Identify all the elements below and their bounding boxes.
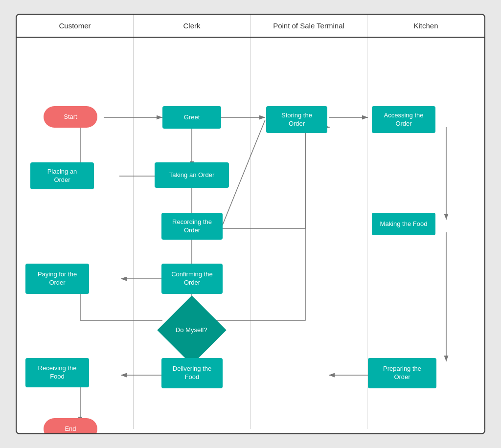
node-delivering: Delivering theFood (161, 358, 223, 388)
node-start: Start (44, 106, 97, 128)
node-recording: Recording theOrder (161, 213, 223, 240)
node-paying: Paying for theOrder (25, 264, 89, 294)
lane-header-pos: Point of Sale Terminal (250, 15, 367, 37)
node-placing: Placing anOrder (30, 162, 94, 189)
lane-pos (250, 38, 367, 429)
lane-header-customer: Customer (17, 15, 134, 37)
node-receiving: Receiving theFood (25, 358, 89, 387)
node-confirming: Confirming theOrder (161, 264, 223, 294)
node-taking: Taking an Order (155, 162, 229, 188)
node-accessing: Accessing theOrder (372, 106, 435, 133)
node-preparing: Preparing theOrder (368, 358, 436, 388)
node-greet: Greet (162, 106, 221, 129)
lane-header-clerk: Clerk (134, 15, 250, 37)
node-making: Making the Food (372, 213, 435, 235)
node-storing: Storing theOrder (266, 106, 327, 133)
body-row: Start Placing anOrder Paying for theOrde… (17, 38, 484, 429)
lane-header-kitchen: Kitchen (367, 15, 484, 37)
diagram-wrapper: Customer Clerk Point of Sale Terminal Ki… (16, 14, 485, 434)
header-row: Customer Clerk Point of Sale Terminal Ki… (17, 15, 484, 38)
node-end: End (44, 418, 97, 434)
